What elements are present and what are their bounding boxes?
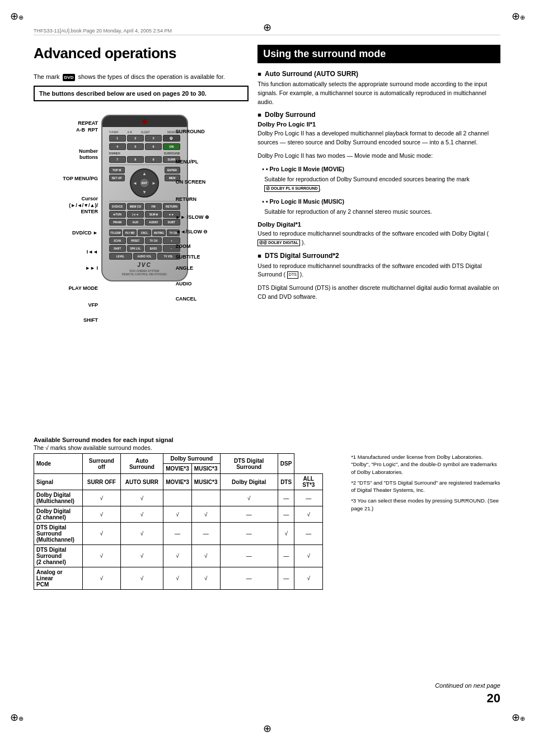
btn-4[interactable]: 4: [109, 143, 126, 150]
dvd-badge: DVD: [63, 74, 76, 81]
label-surround-r: SURROUND: [176, 129, 249, 135]
th-allst-sub: ALL ST*3: [294, 474, 323, 490]
btn-audio-vol[interactable]: AUDIO VOL: [133, 253, 156, 260]
table-row: Dolby Digital(Multichannel) √ √ √ — —: [34, 490, 323, 506]
table-header-row1: Mode Surround off Auto Surround Dolby Su…: [34, 454, 323, 464]
dts-text3: DTS Digital Surround (DTS) is another di…: [257, 284, 500, 302]
table-title: Available Surround modes for each input …: [34, 436, 500, 443]
td-3-dts: √: [278, 523, 294, 545]
td-3-dolby: —: [220, 523, 278, 545]
label-cancel: CANCEL: [176, 296, 249, 303]
th-music: MUSIC*3: [191, 464, 220, 474]
surround-table: Mode Surround off Auto Surround Dolby Su…: [34, 453, 323, 590]
td-signal-4: DTS DigitalSurround(2 channel): [34, 545, 83, 567]
label-subtitle: SUBTITLE: [176, 254, 249, 261]
td-3-movie: —: [163, 523, 192, 545]
td-4-dolby: —: [220, 545, 278, 567]
btn-shift[interactable]: SHIFT: [109, 245, 126, 252]
btn-fm[interactable]: FM: [145, 203, 162, 210]
btn-6[interactable]: 6: [145, 143, 162, 150]
remote-labels-right: SURROUND MENU/PL ON SCREEN RETURN ►► /SL…: [176, 129, 249, 303]
btn-scan[interactable]: SCAN: [109, 237, 126, 244]
table-row: Dolby Digital(2 channel) √ √ √ √ — — √: [34, 506, 323, 523]
label-menu-pl: MENU/PL: [176, 159, 249, 166]
th-signal: Signal: [34, 474, 83, 490]
th-surr-off: Surround off: [83, 454, 121, 474]
th-dolby-dig-sub: Dolby Digital: [220, 474, 278, 490]
btn-3[interactable]: 3: [145, 135, 162, 142]
btn-audio[interactable]: AUDIO: [145, 219, 162, 226]
remote-top-labels: TUNERA-BSLEEPMEMORY: [109, 130, 180, 134]
dts-text: Used to reproduce multichannel soundtrac…: [257, 262, 500, 280]
btn-2[interactable]: 2: [127, 135, 144, 142]
footnote-3: *3 You can select these modes by pressin…: [351, 497, 500, 512]
dolby-pl2-text1: Dolby Pro Logic II has a developed multi…: [257, 129, 500, 147]
btn-1[interactable]: 1: [109, 135, 126, 142]
btn-bass[interactable]: BASS: [145, 245, 162, 252]
continued-text: Continued on next page: [435, 682, 500, 689]
divider1: [109, 165, 180, 165]
btn-param[interactable]: PRAM: [109, 219, 126, 226]
td-4-music: √: [191, 545, 220, 567]
label-rr-slow: ◄◄/SLOW ⊖: [176, 229, 249, 236]
btn-slow-up[interactable]: SLW⊕: [145, 211, 162, 218]
td-signal-1: Dolby Digital(Multichannel): [34, 490, 83, 506]
nav-up[interactable]: ▲: [142, 171, 147, 176]
dolby-pl2-text2: Dolby Pro Logic II has two modes — Movie…: [257, 152, 500, 161]
td-signal-2: Dolby Digital(2 channel): [34, 506, 83, 523]
td-3-surr-off: √: [83, 523, 121, 545]
remote-model: DVD CINEMA SYSTEMREMOTE CONTROL RM-STHS3…: [109, 269, 180, 276]
btn-spk-level[interactable]: SPK LVL: [127, 245, 144, 252]
th-dsp: DSP: [278, 454, 294, 474]
dts-badge: DTS: [287, 271, 298, 279]
remote-ir-area: [102, 116, 187, 127]
btn-preset[interactable]: PRSET: [127, 237, 144, 244]
th-dts-digital: DTS Digital Surround: [220, 454, 278, 474]
btn-tuning-down[interactable]: ⊖TUN: [109, 211, 126, 218]
btn-aux[interactable]: AUX: [127, 219, 144, 226]
td-2-auto: √: [120, 506, 163, 523]
btn-tvch2[interactable]: TV CH: [145, 237, 162, 244]
jvc-logo: JVC: [109, 262, 180, 268]
btn-dvdcd[interactable]: DVD/CD: [109, 203, 126, 210]
btn-playmode[interactable]: PLY MD: [123, 229, 137, 236]
pro-logic-movie-label: • Pro Logic II Movie (MOVIE): [262, 165, 500, 173]
btn-cancel[interactable]: CNCL: [138, 229, 151, 236]
td-2-dolby: —: [220, 506, 278, 523]
btn-setupmenu[interactable]: SET UP: [109, 175, 125, 181]
btn-8[interactable]: 8: [127, 156, 144, 163]
nav-right[interactable]: ►: [152, 181, 156, 186]
label-ffwd: ►► I: [34, 265, 98, 272]
td-signal-5: Analog or LinearPCM: [34, 567, 83, 590]
td-4-surr-off: √: [83, 545, 121, 567]
btn-5[interactable]: 5: [127, 143, 144, 150]
btn-title-grp[interactable]: TTL/GRP: [109, 229, 123, 236]
btn-prev[interactable]: |◄◄: [127, 211, 144, 218]
nav-left[interactable]: ◄: [133, 181, 137, 186]
remote-btn-row2: 4 5 6 ON: [109, 143, 180, 150]
right-column: Using the surround mode Auto Surround (A…: [257, 45, 500, 306]
btn-muting[interactable]: MUTING: [152, 229, 166, 236]
label-on-screen: ON SCREEN: [176, 179, 249, 186]
pro-logic-music-text: Suitable for reproduction of any 2 chann…: [264, 208, 500, 217]
td-3-music: —: [191, 523, 220, 545]
corner-mark-bl: ⊕: [10, 711, 22, 724]
remote-transport-row2: ⊖TUN |◄◄ SLW⊕ ►►: [109, 211, 180, 218]
divider2: [109, 201, 180, 201]
remote-level-row: LEVEL AUDIO VOL TV VOL: [109, 253, 180, 260]
nav-down[interactable]: ▼: [142, 190, 147, 195]
btn-memory2[interactable]: MEM CD: [127, 203, 144, 210]
nav-enter[interactable]: ENT: [139, 178, 149, 188]
btn-level[interactable]: LEVEL: [109, 253, 132, 260]
dolby-pl-badge: ⓓ DOLBY PL II SURROUND: [264, 185, 319, 192]
label-number: Numberbuttons: [34, 148, 98, 161]
btn-7[interactable]: 7: [109, 156, 126, 163]
section-heading: Using the surround mode: [257, 45, 500, 63]
nav-ring[interactable]: ▲ ▼ ◄ ► ENT: [130, 168, 159, 198]
btn-topmenu[interactable]: TOP M: [109, 167, 125, 173]
td-4-dts: —: [278, 545, 294, 567]
td-1-movie: [163, 490, 192, 506]
td-5-surr-off: √: [83, 567, 121, 590]
btn-9[interactable]: 9: [145, 156, 162, 163]
th-mode: Mode: [34, 454, 83, 474]
